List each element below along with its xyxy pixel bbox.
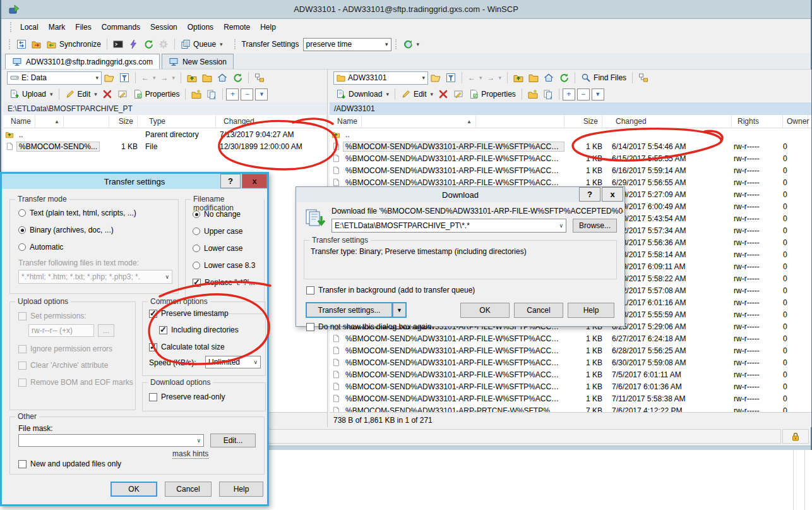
column-header-name[interactable]: Name▲: [330, 115, 564, 128]
cancel-button[interactable]: Cancel: [514, 303, 563, 318]
remote-file-row[interactable]: %BMOCOM-SEND%ADW33101-ARP-FILE-W%SFTP%AC…: [330, 380, 811, 392]
local-refresh-button[interactable]: [230, 71, 245, 85]
remote-network-button[interactable]: [636, 71, 651, 85]
local-select-button[interactable]: +: [226, 88, 239, 100]
remote-open-directory-button[interactable]: [428, 71, 443, 85]
checkbox-transfer-background[interactable]: Transfer in background (add to transfer …: [306, 286, 475, 294]
target-path-combo[interactable]: E:\ETLData\BMOSFTPARCHIVE_PT\*.*∨: [331, 219, 566, 233]
remote-path-bar[interactable]: /ADW33101: [330, 102, 811, 115]
checkbox-including-directories[interactable]: Including directories: [159, 325, 239, 334]
checkbox-set-permissions[interactable]: Set permissions:: [18, 312, 87, 320]
checkbox-ignore-permission-errors[interactable]: Ignore permission errors: [18, 344, 112, 353]
radio-lower-case-83[interactable]: Lower case 8.3: [193, 261, 255, 270]
column-header-rights[interactable]: Rights: [734, 115, 783, 128]
permissions-field[interactable]: rw-r--r-- (+x): [28, 324, 94, 337]
transfer-settings-dropdown[interactable]: ▼: [393, 302, 407, 318]
column-header-size[interactable]: Size: [564, 115, 602, 128]
remote-select-button[interactable]: +: [563, 88, 575, 100]
local-forward-button[interactable]: →▾: [158, 71, 178, 84]
open-in-putty-button[interactable]: [126, 37, 141, 51]
file-mask-combo[interactable]: ∨: [18, 434, 204, 447]
radio-text-mode[interactable]: Text (plain text, html, scripts, ...): [18, 209, 136, 217]
remote-selection-filter-button[interactable]: ▼: [592, 88, 604, 100]
menu-local[interactable]: Local: [15, 20, 44, 34]
synchronize-browsing-button[interactable]: ▾: [400, 37, 422, 51]
checkbox-calculate-total-size[interactable]: Calculate total size: [149, 343, 225, 351]
tab-session-adw33101[interactable]: ADW33101@sftp.tradinggrid.gxs.com: [5, 54, 160, 69]
help-button[interactable]: ?: [220, 174, 241, 188]
local-root-directory-button[interactable]: [200, 71, 215, 85]
remote-file-row[interactable]: ..: [330, 128, 811, 140]
speed-combo[interactable]: Unlimited∨: [205, 356, 261, 368]
local-rename-button[interactable]: [115, 87, 130, 101]
remote-file-row[interactable]: %BMOCOM-SEND%ADW33101-ARP-FILE-W%SFTP%AC…: [330, 140, 811, 152]
remote-filter-button[interactable]: [443, 71, 458, 85]
remote-file-row[interactable]: %BMOCOM-SEND%ADW33101-ARP-FILE-W%SFTP%AC…: [330, 164, 811, 176]
checkbox-remove-bom[interactable]: Remove BOM and EOF marks: [18, 378, 133, 387]
checkbox-preserve-read-only[interactable]: Preserve read-only: [149, 392, 225, 401]
local-filter-button[interactable]: [117, 71, 132, 85]
menu-session[interactable]: Session: [145, 20, 182, 34]
help-button[interactable]: Help: [219, 482, 263, 497]
transfer-settings-combo[interactable]: preserve time▾: [303, 38, 391, 51]
remote-home-directory-button[interactable]: [541, 71, 556, 85]
transfer-settings-split-button[interactable]: Transfer settings...: [306, 302, 393, 318]
menu-mark[interactable]: Mark: [44, 20, 71, 34]
local-new-folder-button[interactable]: [189, 87, 204, 101]
local-network-button[interactable]: [252, 71, 267, 85]
column-header-changed[interactable]: Changed: [612, 115, 732, 128]
checkbox-new-updated-only[interactable]: New and updated files only: [18, 459, 121, 468]
column-header-name[interactable]: Name▲: [3, 115, 109, 128]
remote-refresh-button[interactable]: [556, 71, 571, 85]
text-mode-files-combo[interactable]: *.*html; *.htm; *.txt; *.php; *.php3; *.…: [18, 270, 172, 284]
close-icon[interactable]: x: [602, 187, 623, 202]
radio-binary-mode[interactable]: Binary (archives, doc, ...): [18, 226, 114, 234]
remote-delete-button[interactable]: [436, 87, 451, 101]
remote-file-row[interactable]: %BMOCOM-SEND%ADW33101-ARP-FILE-W%SFTP%AC…: [330, 392, 811, 404]
remote-directory-combo[interactable]: ADW33101 ▾: [333, 71, 428, 85]
refresh-session-button[interactable]: [141, 37, 156, 51]
local-file-row[interactable]: %BMOCOM-SEND%... 1 KB File 12/30/1899 12…: [3, 140, 327, 152]
remote-unselect-button[interactable]: −: [577, 88, 590, 100]
local-drive-combo[interactable]: E: Data ▾: [7, 71, 102, 85]
local-selection-filter-button[interactable]: ▼: [255, 88, 268, 100]
local-new-file-button[interactable]: [204, 87, 219, 101]
mask-hints-link[interactable]: mask hints: [172, 449, 208, 459]
local-edit-button[interactable]: Edit▾: [63, 87, 100, 101]
upload-button[interactable]: Upload▾: [7, 87, 56, 101]
radio-lower-case[interactable]: Lower case: [193, 244, 242, 253]
local-delete-button[interactable]: [100, 87, 115, 101]
local-parent-directory-button[interactable]: [184, 71, 200, 85]
remote-file-row[interactable]: %BMOCOM-SEND%ADW33101-ARP-FILE-W%SFTP%AC…: [330, 368, 811, 380]
menu-remote[interactable]: Remote: [218, 20, 255, 34]
checkbox-preserve-timestamp[interactable]: Preserve timestamp: [149, 309, 229, 318]
preferences-button[interactable]: [156, 37, 171, 51]
ok-button[interactable]: OK: [110, 482, 157, 497]
menu-commands[interactable]: Commands: [97, 20, 145, 34]
find-files-button[interactable]: Find Files: [578, 71, 629, 85]
close-icon[interactable]: x: [242, 174, 267, 188]
column-header-type[interactable]: Type: [145, 115, 216, 128]
synchronize-button[interactable]: Synchronize: [44, 37, 104, 51]
open-console-button[interactable]: [110, 37, 126, 51]
column-header-changed[interactable]: Changed: [220, 115, 327, 128]
edit-mask-button[interactable]: Edit...: [210, 434, 256, 447]
help-button[interactable]: Help: [568, 303, 614, 318]
remote-forward-button[interactable]: →▾: [485, 71, 505, 84]
local-home-directory-button[interactable]: [215, 71, 230, 85]
permissions-browse-button[interactable]: ...: [98, 324, 114, 337]
help-button[interactable]: ?: [579, 187, 600, 202]
local-properties-button[interactable]: Properties: [130, 87, 182, 101]
download-button[interactable]: Download▾: [333, 87, 391, 101]
dialog-title-bar[interactable]: Download: [296, 187, 624, 202]
checkbox-dont-show-again[interactable]: Do not show this dialog box again: [306, 322, 431, 331]
browse-button[interactable]: Browse...: [573, 219, 617, 233]
menu-options[interactable]: Options: [182, 20, 218, 34]
local-file-row[interactable]: .. Parent directory 7/13/2017 9:04:27 AM: [3, 128, 327, 140]
ok-button[interactable]: OK: [460, 303, 510, 318]
compare-directories-button[interactable]: [14, 37, 29, 51]
menu-help[interactable]: Help: [255, 20, 281, 34]
remote-file-row[interactable]: %BMOCOM-SEND%ADW33101-ARP-FILE-W%SFTP%AC…: [330, 356, 811, 368]
remote-properties-button[interactable]: Properties: [466, 87, 518, 101]
radio-automatic-mode[interactable]: Automatic: [18, 243, 63, 252]
